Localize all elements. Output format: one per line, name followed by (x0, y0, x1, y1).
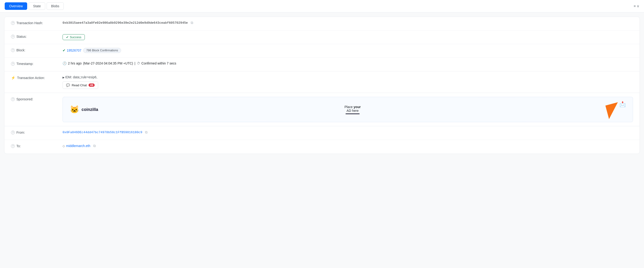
status-content: ✔ Success (62, 34, 633, 40)
timestamp-label: ? Timestamp: (11, 61, 62, 66)
to-copy-icon[interactable]: ⧉ (93, 144, 96, 148)
sponsored-content-wrapper: 🐱 coinzilla Place your AD here (62, 97, 633, 122)
chat-bubble-icon: 💬 (66, 83, 70, 87)
timestamp-help-icon[interactable]: ? (11, 62, 15, 66)
to-label: ? To: (11, 144, 62, 148)
idm-text: IDM: data;;rule=esip6, (62, 75, 98, 79)
action-details: IDM: data;;rule=esip6, 💬 Read Chat 49 (62, 75, 98, 89)
block-check-icon: ✔ (62, 48, 66, 53)
from-content: 0x0Fa846DEc44dd47bc74978b58c1FfB59816180… (62, 130, 633, 134)
ad-right-graphic: 📩 (607, 101, 626, 118)
ad-triangle-shape (605, 102, 622, 119)
contract-icon: ◇ (62, 144, 65, 148)
status-help-icon[interactable]: ? (11, 35, 15, 39)
envelope-icon: 📩 (620, 101, 626, 107)
chat-count-badge: 49 (88, 84, 95, 87)
coinzilla-emoji: 🐱 (70, 105, 79, 114)
transaction-action-label: ⚡ Transaction Action: (11, 75, 62, 80)
sponsored-ad[interactable]: 🐱 coinzilla Place your AD here (62, 97, 633, 122)
top-bar: Overview State Blobs ≡ ∨ (0, 0, 644, 13)
transaction-card: ? Transaction Hash: 0xb3815aee47a3a0fe02… (4, 17, 640, 154)
tab-overview[interactable]: Overview (5, 2, 27, 10)
coinzilla-name: coinzilla (82, 107, 98, 112)
timestamp-row: ? Timestamp: 🕐 2 hrs ago (Mar-27-2024 04… (4, 58, 640, 71)
check-icon: ✔ (66, 35, 69, 39)
from-row: ? From: 0x0Fa846DEc44dd47bc74978b58c1FfB… (4, 126, 640, 140)
block-help-icon[interactable]: ? (11, 48, 15, 52)
sponsored-label: ? Sponsored: (11, 97, 62, 101)
ad-line1: Place your (344, 105, 360, 109)
ad-line2: AD here (346, 109, 358, 113)
block-number-link[interactable]: ✔ 19526707 (62, 48, 81, 53)
to-address-link[interactable]: ◇ middlemarch.eth (62, 144, 90, 148)
block-row: ? Block: ✔ 19526707 786 Block Confirmati… (4, 44, 640, 58)
from-label: ? From: (11, 130, 62, 134)
from-address-link[interactable]: 0x0Fa846DEc44dd47bc74978b58c1FfB59816180… (62, 131, 142, 134)
status-badge: ✔ Success (62, 34, 85, 40)
lightning-icon: ⚡ (11, 76, 16, 80)
to-help-icon[interactable]: ? (11, 144, 15, 148)
hash-help-icon[interactable]: ? (11, 21, 15, 25)
hash-row: ? Transaction Hash: 0xb3815aee47a3a0fe02… (4, 17, 640, 31)
filter-toggle[interactable]: ≡ ∨ (634, 4, 639, 8)
status-row: ? Status: ✔ Success (4, 31, 640, 44)
clock-icon: 🕐 (62, 61, 66, 65)
to-row: ? To: ◇ middlemarch.eth ⧉ (4, 140, 640, 154)
confirmations-badge: 786 Block Confirmations (83, 48, 121, 53)
tab-state[interactable]: State (28, 2, 45, 10)
tab-blobs[interactable]: Blobs (46, 2, 64, 10)
sponsored-row: ? Sponsored: 🐱 coinzilla Place your AD h… (4, 93, 640, 126)
hash-label: ? Transaction Hash: (11, 21, 62, 25)
confirm-clock-icon: ⏱ (137, 61, 140, 65)
hash-content: 0xb3815aee47a3a0fe02e986a8b9296e39e2e212… (62, 21, 633, 25)
coinzilla-logo: 🐱 coinzilla (70, 105, 98, 114)
tabs: Overview State Blobs (5, 2, 64, 10)
transaction-action-row: ⚡ Transaction Action: IDM: data;;rule=es… (4, 72, 640, 93)
ad-center-text: Place your AD here (344, 105, 360, 114)
hash-copy-icon[interactable]: ⧉ (191, 21, 193, 25)
from-copy-icon[interactable]: ⧉ (145, 130, 148, 134)
ad-underline (346, 114, 360, 114)
block-content: ✔ 19526707 786 Block Confirmations (62, 48, 633, 53)
transaction-action-content: IDM: data;;rule=esip6, 💬 Read Chat 49 (62, 75, 633, 89)
sponsored-help-icon[interactable]: ? (11, 97, 15, 101)
status-label: ? Status: (11, 34, 62, 39)
from-help-icon[interactable]: ? (11, 131, 15, 134)
read-chat-button[interactable]: 💬 Read Chat 49 (62, 81, 98, 89)
ad-banner[interactable]: 🐱 coinzilla Place your AD here (62, 97, 633, 122)
timestamp-content: 🕐 2 hrs ago (Mar-27-2024 04:04:35 PM +UT… (62, 61, 633, 65)
hash-value: 0xb3815aee47a3a0fe02e986a8b9296e39e2e212… (62, 21, 188, 25)
list-filter-icon: ≡ ∨ (634, 4, 639, 8)
block-label: ? Block: (11, 48, 62, 52)
to-content: ◇ middlemarch.eth ⧉ (62, 144, 633, 148)
